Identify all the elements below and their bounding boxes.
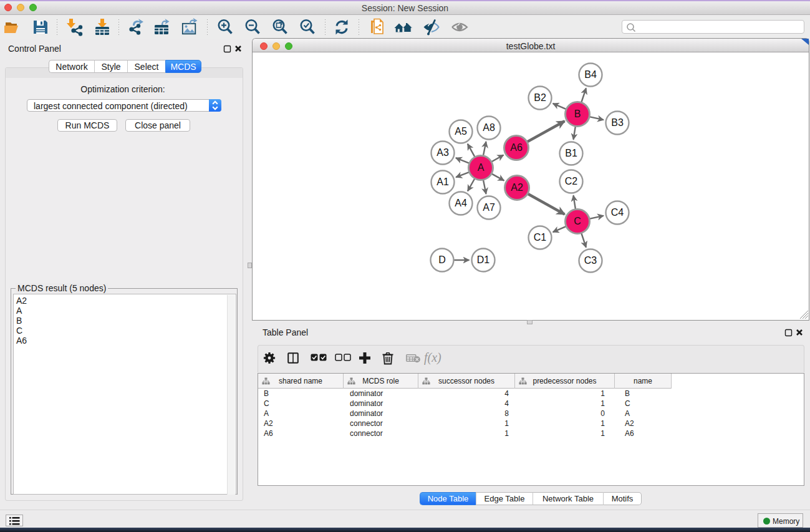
svg-text:A2: A2 [511,182,523,193]
svg-text:B3: B3 [611,117,624,128]
svg-text:A6: A6 [510,142,523,153]
svg-text:B1: B1 [565,148,577,158]
svg-text:A: A [478,162,485,173]
svg-text:C: C [574,216,581,226]
svg-text:B4: B4 [584,69,597,80]
svg-text:D: D [438,254,446,265]
svg-text:D1: D1 [477,254,490,265]
svg-text:A7: A7 [483,202,495,213]
svg-text:C1: C1 [534,232,547,243]
svg-text:C3: C3 [584,255,597,266]
svg-text:C4: C4 [611,207,624,218]
svg-text:B2: B2 [534,92,546,103]
svg-text:A3: A3 [436,147,449,158]
svg-text:A5: A5 [455,126,467,137]
svg-text:B: B [574,109,581,119]
svg-text:A8: A8 [483,122,495,133]
svg-text:C2: C2 [565,176,578,186]
svg-text:A4: A4 [455,198,467,208]
svg-text:A1: A1 [436,177,449,187]
